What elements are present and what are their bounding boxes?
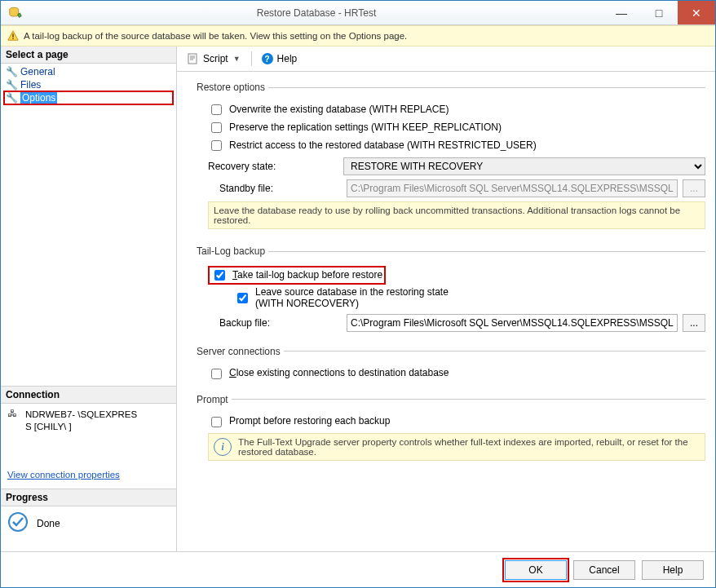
backup-file-input[interactable] — [347, 314, 678, 332]
prompt-legend: Prompt — [197, 394, 232, 405]
script-button[interactable]: Script ▼ — [183, 51, 245, 66]
restrict-checkbox-row[interactable]: Restrict access to the restored database… — [208, 138, 705, 153]
take-tail-log-row[interactable]: Take tail-log backup before restore — [208, 266, 705, 285]
page-files[interactable]: 🔧 Files — [4, 78, 173, 91]
help-footer-button[interactable]: Help — [642, 560, 704, 580]
preserve-checkbox-row[interactable]: Preserve the replication settings (WITH … — [208, 120, 705, 135]
recovery-info: Leave the database ready to use by rolli… — [208, 201, 705, 229]
svg-rect-1 — [12, 33, 13, 37]
fulltext-info: i The Full-Text Upgrade server property … — [208, 433, 705, 461]
restrict-checkbox[interactable] — [211, 140, 222, 151]
backup-browse-button[interactable]: ... — [683, 314, 705, 332]
toolbar: Script ▼ ? Help — [177, 46, 715, 71]
restore-options-legend: Restore options — [197, 82, 268, 93]
restore-options-group: Restore options Overwrite the existing d… — [197, 82, 705, 236]
overwrite-checkbox[interactable] — [211, 104, 222, 115]
help-icon: ? — [262, 53, 273, 64]
warning-text: A tail-log backup of the source database… — [24, 31, 407, 41]
warning-bar: A tail-log backup of the source database… — [1, 25, 715, 46]
recovery-state-row: Recovery state: RESTORE WITH RECOVERY — [208, 157, 705, 175]
close-button[interactable]: ✕ — [678, 1, 715, 24]
info-icon: i — [214, 438, 232, 456]
backup-file-row: Backup file: ... — [208, 314, 705, 332]
close-connections-checkbox[interactable] — [211, 369, 222, 379]
progress-header: Progress — [1, 489, 176, 506]
prompt-before-row[interactable]: Prompt before restoring each backup — [208, 414, 705, 430]
connection-info: 🖧 NDRWEB7- \SQLEXPRES S [CHILY\ ] — [1, 404, 176, 466]
close-connections-row[interactable]: Close existing connections to destinatio… — [208, 366, 705, 382]
wrench-icon: 🔧 — [6, 92, 17, 104]
leave-restoring-row[interactable]: Leave source database in the restoring s… — [234, 287, 705, 310]
wrench-icon: 🔧 — [6, 79, 17, 91]
select-page-header: Select a page — [1, 46, 176, 64]
preserve-checkbox[interactable] — [211, 122, 222, 133]
wrench-icon: 🔧 — [6, 66, 17, 77]
ok-button[interactable]: OK — [505, 560, 567, 580]
standby-file-input — [347, 179, 678, 197]
help-button[interactable]: ? Help — [258, 51, 301, 66]
prompt-before-checkbox[interactable] — [211, 417, 222, 427]
progress-status: Done — [1, 506, 176, 551]
server-connections-group: Server connections Close existing connec… — [197, 346, 705, 384]
tail-log-legend: Tail-Log backup — [197, 245, 268, 257]
standby-file-row: Standby file: ... — [208, 179, 705, 197]
server-connections-legend: Server connections — [197, 346, 284, 357]
server-icon: 🖧 — [7, 409, 20, 433]
standby-browse-button: ... — [683, 179, 705, 197]
chevron-down-icon[interactable]: ▼ — [232, 55, 242, 63]
footer: OK Cancel Help — [1, 551, 715, 587]
sidebar: Select a page 🔧 General 🔧 Files 🔧 Option… — [1, 46, 177, 551]
recovery-state-select[interactable]: RESTORE WITH RECOVERY — [343, 157, 705, 175]
overwrite-checkbox-row[interactable]: Overwrite the existing database (WITH RE… — [208, 102, 705, 117]
take-tail-log-checkbox[interactable] — [214, 270, 225, 281]
titlebar: Restore Database - HRTest — □ ✕ — [1, 1, 715, 25]
content-pane: Script ▼ ? Help Restore options Overwrit… — [177, 46, 715, 551]
done-check-icon — [7, 511, 29, 535]
separator — [251, 51, 252, 66]
svg-rect-2 — [12, 38, 13, 39]
page-general[interactable]: 🔧 General — [4, 65, 173, 78]
window-title: Restore Database - HRTest — [30, 7, 603, 19]
minimize-button[interactable]: — — [603, 1, 640, 24]
maximize-button[interactable]: □ — [640, 1, 678, 24]
cancel-button[interactable]: Cancel — [573, 560, 635, 580]
script-icon — [187, 53, 200, 64]
svg-rect-4 — [188, 54, 197, 64]
restore-db-icon — [6, 3, 25, 23]
connection-header: Connection — [1, 386, 176, 404]
leave-restoring-checkbox[interactable] — [237, 293, 248, 303]
prompt-group: Prompt Prompt before restoring each back… — [197, 394, 705, 467]
tail-log-group: Tail-Log backup Take tail-log backup bef… — [197, 245, 705, 336]
page-options[interactable]: 🔧 Options — [4, 91, 173, 104]
view-connection-link[interactable]: View connection properties — [7, 470, 120, 480]
warning-icon — [7, 30, 19, 42]
